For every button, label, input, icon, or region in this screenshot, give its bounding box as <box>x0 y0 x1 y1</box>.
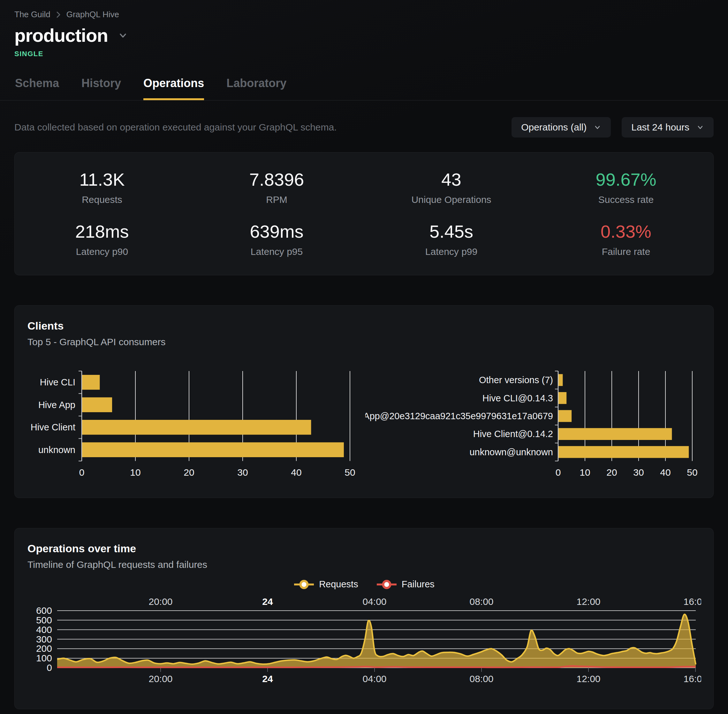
dashboard-page: The Guild GraphQL Hive production SINGLE… <box>0 0 728 714</box>
svg-text:500: 500 <box>36 615 52 625</box>
svg-text:300: 300 <box>36 634 52 645</box>
svg-text:10: 10 <box>579 467 590 478</box>
svg-text:10: 10 <box>130 467 140 478</box>
stat-requests: 11.3K Requests <box>15 169 190 205</box>
svg-text:50: 50 <box>344 467 355 478</box>
stat-value: 218ms <box>15 221 190 242</box>
timeline-card-title: Operations over time <box>27 542 701 555</box>
svg-text:Hive CLI: Hive CLI <box>40 377 75 387</box>
svg-text:200: 200 <box>36 643 52 654</box>
stats-overview-card: 11.3K Requests 7.8396 RPM 43 Unique Oper… <box>14 152 714 275</box>
stat-unique-operations: 43 Unique Operations <box>364 169 538 205</box>
stat-value: 639ms <box>190 221 364 242</box>
chevron-right-icon <box>56 10 61 19</box>
stat-label: Unique Operations <box>364 194 538 205</box>
svg-text:40: 40 <box>291 467 301 478</box>
operations-filter-value: Operations (all) <box>521 122 587 133</box>
svg-text:12:00: 12:00 <box>576 674 600 684</box>
tab-schema[interactable]: Schema <box>15 76 59 100</box>
operations-over-time-card: Operations over time Timeline of GraphQL… <box>14 528 714 709</box>
requests-series-marker-icon <box>293 580 314 589</box>
svg-text:600: 600 <box>36 605 52 616</box>
stat-failure-rate: 0.33% Failure rate <box>538 221 713 257</box>
tab-operations[interactable]: Operations <box>143 76 204 100</box>
svg-text:24: 24 <box>262 674 273 684</box>
svg-text:24: 24 <box>262 596 273 607</box>
stat-value: 43 <box>364 169 538 190</box>
operations-filter-dropdown[interactable]: Operations (all) <box>511 117 611 138</box>
svg-text:08:00: 08:00 <box>469 596 493 607</box>
svg-text:100: 100 <box>36 653 52 663</box>
stat-label: Latency p99 <box>364 246 538 257</box>
page-title: production <box>14 25 108 46</box>
stat-label: Latency p90 <box>15 246 190 257</box>
svg-text:0: 0 <box>556 467 561 478</box>
page-description: Data collected based on operation execut… <box>14 122 511 133</box>
clients-card: Clients Top 5 - GraphQL API consumers 01… <box>14 305 714 498</box>
operations-timeline-area-chart[interactable]: 010020030040050060020:0020:00242404:0004… <box>27 596 701 688</box>
svg-text:30: 30 <box>633 467 644 478</box>
tab-history[interactable]: History <box>81 76 121 100</box>
legend-item-requests[interactable]: Requests <box>293 579 358 590</box>
tab-bar: Schema History Operations Laboratory <box>14 76 714 100</box>
breadcrumb: The Guild GraphQL Hive <box>14 10 714 20</box>
clients-by-version-bar-chart[interactable]: 01020304050Other versions (7)Hive CLI@0.… <box>365 368 701 478</box>
svg-text:20:00: 20:00 <box>149 596 172 607</box>
breadcrumb-org-link[interactable]: The Guild <box>14 10 50 20</box>
stat-value: 5.45s <box>364 221 538 242</box>
svg-text:50: 50 <box>687 467 697 478</box>
svg-text:04:00: 04:00 <box>362 596 387 607</box>
svg-text:16:00: 16:00 <box>683 674 701 684</box>
stat-value: 99.67% <box>538 169 713 190</box>
svg-text:Hive App@20e3129caa921c35e9979: Hive App@20e3129caa921c35e9979631e17a067… <box>365 411 553 421</box>
svg-text:0: 0 <box>79 467 84 478</box>
stat-label: Failure rate <box>538 246 713 257</box>
target-switcher-chevron-down-icon[interactable] <box>117 30 128 41</box>
svg-text:0: 0 <box>47 662 52 673</box>
period-filter-dropdown[interactable]: Last 24 hours <box>622 117 714 138</box>
stat-value: 7.8396 <box>190 169 364 190</box>
legend-label: Failures <box>402 579 435 590</box>
legend-label: Requests <box>319 579 358 590</box>
stat-latency-p90: 218ms Latency p90 <box>15 221 190 257</box>
svg-text:400: 400 <box>36 624 52 635</box>
stat-rpm: 7.8396 RPM <box>190 169 364 205</box>
svg-text:08:00: 08:00 <box>469 674 493 684</box>
svg-text:Hive App: Hive App <box>38 400 75 410</box>
svg-text:20: 20 <box>184 467 194 478</box>
stat-success-rate: 99.67% Success rate <box>538 169 713 205</box>
stat-value: 0.33% <box>538 221 713 242</box>
svg-text:Other versions (7): Other versions (7) <box>479 375 553 385</box>
svg-text:unknown: unknown <box>38 445 75 455</box>
stat-latency-p99: 5.45s Latency p99 <box>364 221 538 257</box>
svg-text:Hive Client@0.14.2: Hive Client@0.14.2 <box>473 429 553 439</box>
svg-text:20: 20 <box>606 467 617 478</box>
stat-value: 11.3K <box>15 169 190 190</box>
stat-label: Requests <box>15 194 190 205</box>
registry-mode-badge: SINGLE <box>14 50 714 58</box>
period-filter-value: Last 24 hours <box>631 122 689 133</box>
clients-card-subtitle: Top 5 - GraphQL API consumers <box>27 337 701 347</box>
tab-laboratory[interactable]: Laboratory <box>226 76 286 100</box>
breadcrumb-project-link[interactable]: GraphQL Hive <box>66 10 119 20</box>
svg-text:30: 30 <box>237 467 248 478</box>
failures-series-marker-icon <box>376 580 397 589</box>
clients-by-name-bar-chart[interactable]: 01020304050Hive CLIHive AppHive Clientun… <box>27 368 363 478</box>
svg-text:04:00: 04:00 <box>362 674 387 684</box>
timeline-legend: Requests Failures <box>27 579 701 590</box>
svg-text:Hive Client: Hive Client <box>31 422 75 432</box>
clients-card-title: Clients <box>27 320 701 332</box>
svg-text:unknown@unknown: unknown@unknown <box>469 447 553 457</box>
stat-latency-p95: 639ms Latency p95 <box>190 221 364 257</box>
svg-text:20:00: 20:00 <box>149 674 172 684</box>
stat-label: Latency p95 <box>190 246 364 257</box>
timeline-card-subtitle: Timeline of GraphQL requests and failure… <box>27 559 701 570</box>
svg-text:16:00: 16:00 <box>683 596 701 607</box>
page-header: The Guild GraphQL Hive production SINGLE… <box>0 0 728 100</box>
filters-row: Data collected based on operation execut… <box>0 100 728 138</box>
svg-text:40: 40 <box>660 467 671 478</box>
chevron-down-icon <box>594 123 601 131</box>
svg-text:Hive CLI@0.14.3: Hive CLI@0.14.3 <box>483 393 553 403</box>
stat-label: Success rate <box>538 194 713 205</box>
legend-item-failures[interactable]: Failures <box>376 579 435 590</box>
